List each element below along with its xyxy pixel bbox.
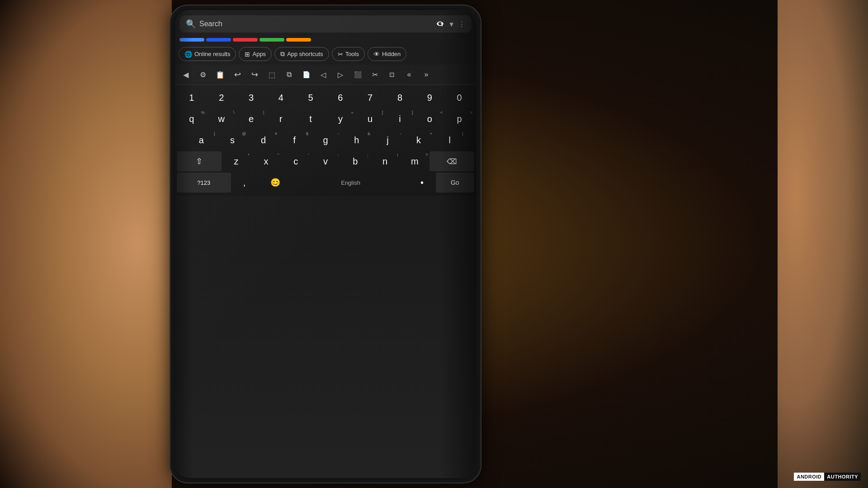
- tab-online-results[interactable]: 🌐 Online results: [179, 47, 236, 61]
- key-v[interactable]: v:: [311, 151, 340, 171]
- keyboard-toolbar: ◀ ⚙ 📋 ↩ ↪ ⬚ ⧉ 📄 ◁ ▷ ⬛ ✂ ⊡ « »: [175, 65, 476, 85]
- key-emoji[interactable]: 😊: [258, 173, 292, 192]
- hand-right: [778, 0, 868, 488]
- key-c[interactable]: c': [281, 151, 311, 171]
- toolbar-double-right[interactable]: »: [418, 66, 434, 83]
- key-f[interactable]: f$: [279, 130, 310, 150]
- key-b[interactable]: b;: [340, 151, 370, 171]
- key-t[interactable]: t: [296, 109, 326, 129]
- key-x[interactable]: x": [251, 151, 281, 171]
- key-q[interactable]: q%: [177, 109, 207, 129]
- key-period[interactable]: •: [409, 173, 436, 192]
- key-9[interactable]: 9: [415, 88, 444, 108]
- tab-shortcuts-label: App shortcuts: [287, 51, 323, 57]
- apps-icon: ⊞: [245, 51, 250, 58]
- key-symbols[interactable]: ?123: [177, 173, 231, 192]
- number-row: 1 2 3 4 5 6 7 8 9 0: [177, 88, 474, 108]
- key-o[interactable]: o<: [415, 109, 444, 129]
- tools-icon: ✂: [338, 51, 343, 58]
- key-3[interactable]: 3: [236, 88, 266, 108]
- key-h[interactable]: h&: [341, 130, 372, 150]
- toolbar-select[interactable]: ⬛: [349, 66, 366, 83]
- key-backspace[interactable]: ⌫: [429, 151, 474, 171]
- watermark: ANDROID AUTHORITY: [794, 473, 861, 481]
- toolbar-more-options[interactable]: ⊡: [384, 66, 400, 83]
- toolbar-select-all[interactable]: ⬚: [264, 66, 280, 83]
- zxcv-row: ⇧ z* x" c' v: b; n! m? ⌫: [177, 151, 474, 171]
- asdf-row: a{ s@ d# f$ g- h& j- k+ l(: [177, 130, 474, 150]
- key-8[interactable]: 8: [385, 88, 415, 108]
- toolbar-settings[interactable]: ⚙: [195, 66, 211, 83]
- tab-apps-label: Apps: [252, 51, 266, 57]
- toolbar-copy[interactable]: ⧉: [281, 66, 297, 83]
- key-0[interactable]: 0: [444, 88, 474, 108]
- phone-body: 🔍 👁‍🗨 ▼ ⋮ 🌐 Online re: [170, 5, 481, 483]
- key-j[interactable]: j-: [372, 130, 403, 150]
- search-input[interactable]: [199, 20, 432, 28]
- toolbar-double-left[interactable]: «: [401, 66, 417, 83]
- key-k[interactable]: k+: [403, 130, 434, 150]
- key-comma[interactable]: ,: [231, 173, 258, 192]
- tab-online-label: Online results: [194, 51, 230, 57]
- phone-container: 🔍 👁‍🗨 ▼ ⋮ 🌐 Online re: [160, 0, 491, 488]
- key-e[interactable]: e|: [236, 109, 266, 129]
- tab-apps[interactable]: ⊞ Apps: [239, 47, 272, 61]
- toolbar-back[interactable]: ◀: [178, 66, 194, 83]
- search-bar: 🔍 👁‍🗨 ▼ ⋮: [179, 15, 472, 33]
- tab-hidden-label: Hidden: [382, 51, 401, 57]
- toolbar-cursor-right[interactable]: ▷: [332, 66, 349, 83]
- tab-tools-label: Tools: [345, 51, 359, 57]
- eye-off-icon[interactable]: 👁‍🗨: [436, 20, 444, 28]
- key-w[interactable]: w\: [207, 109, 236, 129]
- tab-color-red[interactable]: [233, 38, 258, 42]
- key-n[interactable]: n!: [370, 151, 400, 171]
- search-toolbar-icons: 👁‍🗨 ▼ ⋮: [436, 20, 465, 28]
- tab-tools[interactable]: ✂ Tools: [332, 47, 365, 61]
- key-y[interactable]: y=: [326, 109, 355, 129]
- globe-icon: 🌐: [184, 51, 192, 58]
- key-2[interactable]: 2: [207, 88, 236, 108]
- toolbar-cursor-left[interactable]: ◁: [315, 66, 331, 83]
- watermark-authority-text: AUTHORITY: [824, 473, 861, 481]
- key-space[interactable]: English: [292, 173, 408, 192]
- filter-tabs-row: 🌐 Online results ⊞ Apps ⧉ App shortcuts …: [175, 47, 476, 61]
- key-g[interactable]: g-: [310, 130, 341, 150]
- tab-app-shortcuts[interactable]: ⧉ App shortcuts: [274, 47, 329, 61]
- filter-icon[interactable]: ▼: [448, 20, 455, 28]
- key-shift[interactable]: ⇧: [177, 151, 222, 171]
- key-7[interactable]: 7: [355, 88, 385, 108]
- key-l[interactable]: l(: [434, 130, 465, 150]
- key-i[interactable]: i]: [385, 109, 415, 129]
- key-d[interactable]: d#: [248, 130, 279, 150]
- tab-color-blue[interactable]: [179, 38, 204, 42]
- key-z[interactable]: z*: [222, 151, 251, 171]
- hidden-icon: 👁: [373, 51, 380, 58]
- key-s[interactable]: s@: [217, 130, 248, 150]
- key-a[interactable]: a{: [186, 130, 217, 150]
- key-r[interactable]: r: [266, 109, 296, 129]
- toolbar-paste[interactable]: 📄: [298, 66, 314, 83]
- qwerty-row: q% w\ e| r t y= u[ i] o< p>: [177, 109, 474, 129]
- tab-color-darkblue[interactable]: [206, 38, 231, 42]
- search-icon: 🔍: [186, 19, 196, 29]
- keyboard-area: 1 2 3 4 5 6 7 8 9 0 q% w\ e| r t: [175, 86, 476, 196]
- bottom-row: ?123 , 😊 English • Go: [177, 173, 474, 192]
- hand-left: [0, 0, 172, 488]
- tab-hidden[interactable]: 👁 Hidden: [368, 47, 406, 61]
- tab-color-green[interactable]: [259, 38, 284, 42]
- more-icon[interactable]: ⋮: [458, 20, 465, 28]
- key-4[interactable]: 4: [266, 88, 296, 108]
- key-m[interactable]: m?: [400, 151, 429, 171]
- toolbar-undo[interactable]: ↩: [229, 66, 245, 83]
- key-5[interactable]: 5: [296, 88, 326, 108]
- key-go[interactable]: Go: [436, 173, 474, 192]
- toolbar-clipboard[interactable]: 📋: [212, 66, 228, 83]
- key-p[interactable]: p>: [444, 109, 474, 129]
- key-1[interactable]: 1: [177, 88, 207, 108]
- watermark-android-text: ANDROID: [794, 473, 824, 481]
- key-6[interactable]: 6: [326, 88, 355, 108]
- toolbar-cut[interactable]: ✂: [367, 66, 383, 83]
- tab-color-orange[interactable]: [286, 38, 311, 42]
- toolbar-redo[interactable]: ↪: [246, 66, 263, 83]
- key-u[interactable]: u[: [355, 109, 385, 129]
